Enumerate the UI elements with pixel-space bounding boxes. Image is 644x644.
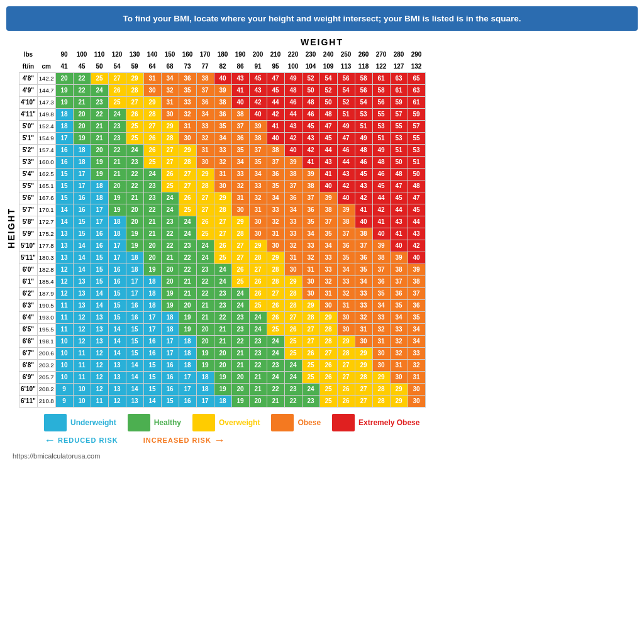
table-row: 6'5"195.51112131415171819202123242526272… (19, 323, 426, 335)
bmi-cell: 34 (284, 204, 302, 216)
col-kgs-val: 59 (126, 60, 143, 72)
bmi-cell: 15 (108, 287, 126, 299)
bmi-cell: 18 (196, 383, 214, 395)
bmi-cell: 23 (231, 323, 249, 335)
bmi-cell: 43 (302, 132, 319, 144)
bmi-cell: 19 (161, 299, 179, 311)
bmi-cell: 15 (143, 383, 161, 395)
bmi-cell: 19 (196, 347, 214, 359)
bmi-cell: 22 (91, 108, 108, 120)
bmi-cell: 24 (214, 275, 231, 287)
bmi-cell: 13 (55, 240, 73, 252)
bmi-cell: 40 (231, 96, 249, 108)
bmi-cell: 18 (161, 311, 179, 323)
col-lbs: 90 (55, 48, 73, 60)
bmi-cell: 59 (408, 108, 425, 120)
table-row: 5'4"162.51517192122242627293133343638394… (19, 168, 426, 180)
bmi-cell: 35 (179, 84, 196, 96)
col-kgs-val: 122 (372, 60, 390, 72)
height-ftin: 6'1" (19, 275, 38, 287)
bmi-cell: 38 (319, 204, 337, 216)
height-ftin: 5'4" (19, 168, 38, 180)
col-kgs-val: 100 (284, 60, 302, 72)
bmi-cell: 33 (390, 323, 408, 335)
height-ftin: 6'6" (19, 335, 38, 347)
bmi-cell: 13 (91, 323, 108, 335)
bmi-cell: 27 (302, 335, 319, 347)
bmi-cell: 51 (337, 108, 355, 120)
bmi-cell: 22 (196, 275, 214, 287)
bmi-cell: 35 (249, 156, 267, 168)
bmi-cell: 34 (337, 264, 355, 275)
bmi-cell: 25 (196, 228, 214, 240)
bmi-cell: 35 (355, 264, 372, 275)
bmi-cell: 35 (267, 180, 284, 192)
bmi-cell: 26 (108, 84, 126, 96)
bmi-cell: 13 (126, 395, 143, 407)
right-arrow-icon: → (214, 434, 225, 447)
bmi-cell: 13 (73, 275, 91, 287)
bmi-cell: 21 (267, 395, 284, 407)
bmi-cell: 38 (231, 108, 249, 120)
bmi-cell: 20 (231, 371, 249, 383)
bmi-cell: 18 (108, 228, 126, 240)
bmi-cell: 42 (267, 108, 284, 120)
bmi-cell: 10 (73, 395, 91, 407)
bmi-cell: 29 (355, 359, 372, 371)
bmi-cell: 21 (161, 252, 179, 264)
bmi-cell: 48 (319, 108, 337, 120)
bmi-cell: 24 (249, 311, 267, 323)
bmi-cell: 46 (302, 108, 319, 120)
bmi-cell: 32 (284, 240, 302, 252)
table-row: 4'10"147.3192123252729313336384042444648… (19, 96, 426, 108)
bmi-cell: 18 (143, 275, 161, 287)
bmi-cell: 27 (196, 192, 214, 204)
height-ftin: 6'2" (19, 287, 38, 299)
col-kgs-val: 82 (214, 60, 231, 72)
table-row: 6'10"208.2910121314151617181920212223242… (19, 383, 426, 395)
bmi-cell: 23 (249, 335, 267, 347)
bmi-cell: 18 (143, 299, 161, 311)
bmi-cell: 54 (319, 72, 337, 84)
bmi-cell: 14 (108, 335, 126, 347)
height-ftin: 5'8" (19, 216, 38, 228)
header-cm-label2: cm (37, 60, 55, 72)
col-lbs: 210 (267, 48, 284, 60)
bmi-cell: 49 (284, 72, 302, 84)
bmi-cell: 40 (214, 72, 231, 84)
bmi-cell: 38 (390, 264, 408, 275)
bmi-cell: 32 (231, 180, 249, 192)
bmi-cell: 46 (355, 156, 372, 168)
header-cm (37, 48, 55, 60)
bmi-cell: 45 (302, 120, 319, 132)
bmi-cell: 17 (91, 204, 108, 216)
bmi-cell: 45 (249, 72, 267, 84)
bmi-cell: 20 (196, 323, 214, 335)
bmi-cell: 55 (390, 120, 408, 132)
underweight-box (44, 414, 67, 431)
bmi-cell: 28 (372, 395, 390, 407)
bmi-cell: 41 (372, 216, 390, 228)
bmi-cell: 17 (143, 323, 161, 335)
bmi-cell: 16 (161, 383, 179, 395)
bmi-cell: 17 (126, 287, 143, 299)
bmi-cell: 34 (355, 275, 372, 287)
height-cm: 210.8 (37, 395, 55, 407)
bmi-cell: 15 (143, 371, 161, 383)
height-cm: 180.3 (37, 252, 55, 264)
bmi-cell: 26 (143, 132, 161, 144)
bmi-cell: 34 (214, 132, 231, 144)
bmi-cell: 19 (214, 371, 231, 383)
height-ftin: 5'1" (19, 132, 38, 144)
bmi-cell: 33 (372, 311, 390, 323)
bmi-cell: 28 (284, 299, 302, 311)
bmi-cell: 53 (372, 120, 390, 132)
height-cm: 198.1 (37, 335, 55, 347)
col-lbs: 260 (355, 48, 372, 60)
bmi-cell: 47 (337, 132, 355, 144)
bmi-cell: 33 (284, 228, 302, 240)
bmi-cell: 19 (73, 132, 91, 144)
bmi-cell: 55 (372, 108, 390, 120)
bmi-cell: 21 (249, 371, 267, 383)
bmi-cell: 48 (284, 84, 302, 96)
